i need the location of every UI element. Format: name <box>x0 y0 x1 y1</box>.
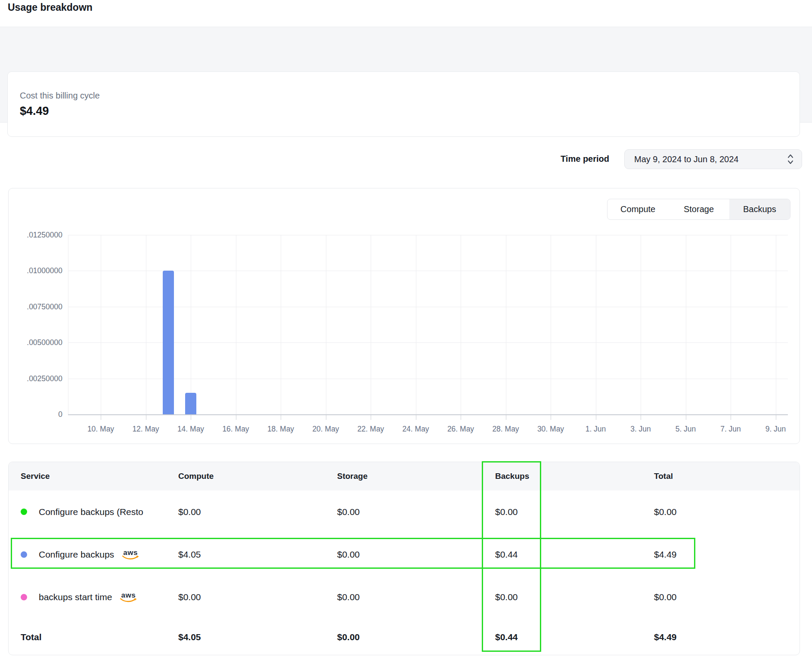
total-cost: $0.00 <box>654 592 677 602</box>
y-axis-label: .00250000 <box>9 373 62 384</box>
x-axis-label: 30. May <box>527 425 574 434</box>
column-header-backups: Backups <box>495 462 529 490</box>
table-row: backups start time aws $0.00 $0.00 $0.00… <box>9 576 800 618</box>
chart-bar <box>163 271 174 414</box>
time-period-value: May 9, 2024 to Jun 8, 2024 <box>634 154 738 164</box>
x-axis-line <box>68 414 788 415</box>
x-axis-label: 9. Jun <box>752 425 800 434</box>
gridline-vertical <box>281 235 281 414</box>
x-axis-label: 3. Jun <box>617 425 664 434</box>
y-axis-label: .00500000 <box>9 337 62 348</box>
gridline-horizontal <box>68 271 788 271</box>
backups-cost: $0.44 <box>495 549 518 560</box>
gridline-vertical <box>506 235 506 414</box>
gridline-vertical <box>686 235 686 414</box>
tab-backups[interactable]: Backups <box>729 199 790 219</box>
compute-cost: $0.00 <box>178 507 201 517</box>
x-axis-label: 10. May <box>77 425 124 434</box>
total-row-label: Total <box>21 632 42 642</box>
cost-summary-label: Cost this billing cycle <box>20 91 100 101</box>
usage-table: Service Compute Storage Backups Total Co… <box>8 462 800 655</box>
y-axis-label: .01250000 <box>9 230 62 240</box>
x-axis-label: 7. Jun <box>707 425 754 434</box>
usage-chart-card: .01250000.01000000.00750000.00500000.002… <box>8 188 800 444</box>
gridline-vertical <box>551 235 551 414</box>
x-axis-label: 22. May <box>347 425 394 434</box>
table-total-row: Total $4.05 $0.00 $0.44 $4.49 <box>9 618 800 656</box>
usage-breakdown-page: Usage breakdown Cost this billing cycle … <box>0 0 812 666</box>
gridline-vertical <box>461 235 461 414</box>
service-cell: Configure backups aws <box>21 549 139 560</box>
cost-summary-value: $4.49 <box>20 105 49 118</box>
aws-logo-icon: aws <box>120 591 137 603</box>
gridline-vertical <box>731 235 731 414</box>
storage-cost: $0.00 <box>337 549 360 560</box>
total-total: $4.49 <box>654 632 677 642</box>
x-axis-label: 28. May <box>482 425 530 434</box>
storage-cost: $0.00 <box>337 507 360 517</box>
total-cost: $0.00 <box>654 507 677 517</box>
total-compute: $4.05 <box>178 632 201 642</box>
service-name: Configure backups (Resto <box>39 507 143 517</box>
x-axis-label: 5. Jun <box>662 425 710 434</box>
x-axis-label: 18. May <box>257 425 304 434</box>
chart-series-tabs: Compute Storage Backups <box>607 199 790 220</box>
x-axis-label: 20. May <box>302 425 350 434</box>
page-title: Usage breakdown <box>8 2 93 13</box>
gridline-horizontal <box>68 307 788 307</box>
column-header-compute: Compute <box>178 462 214 490</box>
service-name: Configure backups <box>39 549 114 560</box>
gridline-vertical <box>326 235 326 414</box>
column-header-total: Total <box>654 462 673 490</box>
service-name: backups start time <box>39 592 112 602</box>
service-cell: Configure backups (Resto <box>21 507 143 517</box>
total-backups: $0.44 <box>495 632 518 642</box>
x-axis-label: 24. May <box>392 425 440 434</box>
aws-logo-icon: aws <box>122 549 139 560</box>
backups-cost: $0.00 <box>495 592 518 602</box>
updown-chevron-icon <box>787 154 794 165</box>
storage-cost: $0.00 <box>337 592 360 602</box>
table-header-row: Service Compute Storage Backups Total <box>9 462 800 490</box>
gridline-vertical <box>101 235 101 414</box>
chart-plot: .01250000.01000000.00750000.00500000.002… <box>9 188 800 444</box>
x-axis-label: 14. May <box>167 425 214 434</box>
gridline-horizontal <box>68 379 788 379</box>
backups-cost: $0.00 <box>495 507 518 517</box>
gridline-vertical <box>371 235 371 414</box>
gridline-vertical <box>641 235 641 414</box>
table-row: Configure backups aws $4.05 $0.00 $0.44 … <box>9 533 800 576</box>
time-period-label: Time period <box>561 154 609 164</box>
x-axis-label: 26. May <box>437 425 484 434</box>
chart-bar <box>185 393 196 414</box>
compute-cost: $0.00 <box>178 592 201 602</box>
tab-storage[interactable]: Storage <box>668 199 729 219</box>
time-period-select[interactable]: May 9, 2024 to Jun 8, 2024 <box>624 149 802 169</box>
gridline-vertical <box>776 235 776 414</box>
column-header-storage: Storage <box>337 462 368 490</box>
gridline-horizontal <box>68 235 788 235</box>
series-color-dot <box>21 551 27 558</box>
gridline-vertical <box>416 235 416 414</box>
series-color-dot <box>21 509 27 515</box>
service-cell: backups start time aws <box>21 591 137 603</box>
column-header-service: Service <box>21 462 50 490</box>
x-axis-label: 1. Jun <box>572 425 620 434</box>
table-row: Configure backups (Resto $0.00 $0.00 $0.… <box>9 490 800 533</box>
gridline-vertical <box>146 235 146 414</box>
gridline-vertical <box>596 235 596 414</box>
total-cost: $4.49 <box>654 549 677 560</box>
y-axis-label: .00750000 <box>9 302 62 312</box>
gridline-vertical <box>191 235 191 414</box>
y-axis-label: .01000000 <box>9 265 62 276</box>
x-axis-label: 12. May <box>122 425 170 434</box>
cost-summary-card: Cost this billing cycle $4.49 <box>7 71 800 137</box>
compute-cost: $4.05 <box>178 549 201 560</box>
total-storage: $0.00 <box>337 632 360 642</box>
gridline-vertical <box>68 235 68 414</box>
gridline-vertical <box>236 235 236 414</box>
x-axis-label: 16. May <box>212 425 260 434</box>
series-color-dot <box>21 594 27 600</box>
summary-section: Cost this billing cycle $4.49 <box>0 27 812 123</box>
tab-compute[interactable]: Compute <box>607 199 668 219</box>
